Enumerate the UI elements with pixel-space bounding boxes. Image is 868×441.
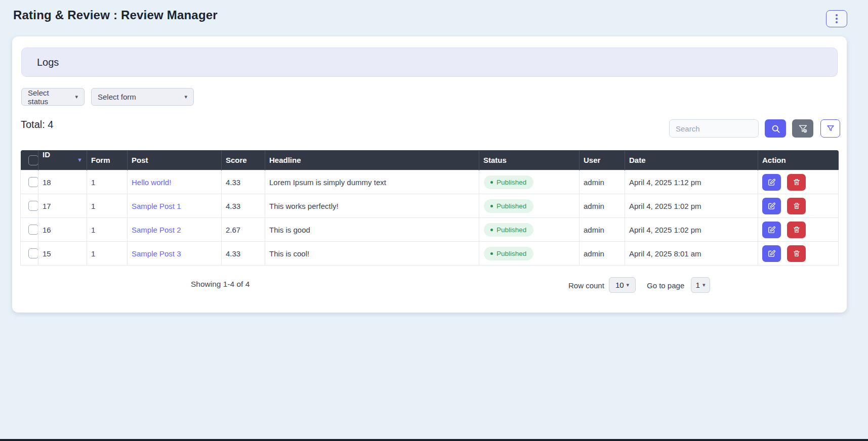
edit-icon xyxy=(767,249,776,258)
cell-id: 15 xyxy=(38,242,87,266)
filter-button[interactable] xyxy=(820,119,840,138)
select-all-checkbox[interactable] xyxy=(28,155,38,165)
funnel-slash-icon xyxy=(798,124,808,134)
column-header-id[interactable]: ID▼ xyxy=(38,150,87,170)
cell-headline: This is good xyxy=(265,218,479,242)
edit-button[interactable] xyxy=(762,174,781,191)
column-header-date[interactable]: Date xyxy=(625,150,758,170)
delete-button[interactable] xyxy=(787,222,806,238)
row-checkbox[interactable] xyxy=(28,225,38,235)
cell-user: admin xyxy=(580,218,625,242)
edit-icon xyxy=(767,202,776,210)
pagination-summary: Showing 1-4 of 4 xyxy=(191,280,250,289)
logs-card: Logs Select status ▾ Select form ▾ Total… xyxy=(12,36,847,313)
cell-score: 2.67 xyxy=(222,218,265,242)
chevron-down-icon: ▾ xyxy=(75,94,78,100)
search-icon xyxy=(771,124,780,134)
logs-heading: Logs xyxy=(37,57,59,68)
screen-bottom-edge xyxy=(0,439,868,441)
select-form-label: Select form xyxy=(98,93,136,101)
trash-icon xyxy=(793,249,801,257)
cell-form: 1 xyxy=(87,242,128,266)
table-row: 15 1 Sample Post 3 4.33 This is cool! Pu… xyxy=(21,242,839,266)
chevron-down-icon: ▾ xyxy=(627,282,630,288)
go-to-page-dropdown[interactable]: 1 ▾ xyxy=(691,277,710,293)
edit-button[interactable] xyxy=(762,245,781,262)
cell-id: 17 xyxy=(38,194,87,218)
row-count-dropdown[interactable]: 10 ▾ xyxy=(609,277,636,293)
cell-date: April 4, 2025 1:02 pm xyxy=(625,194,758,218)
logs-table: ID▼ Form Post Score Headline Status User… xyxy=(20,150,839,266)
column-header-action: Action xyxy=(758,150,839,170)
cell-date: April 4, 2025 1:12 pm xyxy=(625,170,758,194)
search-controls xyxy=(669,119,840,138)
chevron-down-icon: ▾ xyxy=(702,282,706,288)
kebab-dot-icon xyxy=(836,18,838,20)
filter-row: Select status ▾ Select form ▾ xyxy=(21,88,194,106)
column-header-user[interactable]: User xyxy=(580,150,625,170)
cell-user: admin xyxy=(580,242,625,266)
column-header-status[interactable]: Status xyxy=(479,150,580,170)
column-header-headline[interactable]: Headline xyxy=(265,150,479,170)
status-badge: Published xyxy=(484,223,533,237)
status-dot-icon xyxy=(490,181,493,184)
row-checkbox[interactable] xyxy=(28,201,38,211)
row-checkbox[interactable] xyxy=(28,177,38,187)
column-header-post[interactable]: Post xyxy=(128,150,222,170)
kebab-dot-icon xyxy=(836,21,838,23)
column-header-form[interactable]: Form xyxy=(87,150,128,170)
cell-score: 4.33 xyxy=(222,242,265,266)
edit-icon xyxy=(767,178,776,187)
edit-button[interactable] xyxy=(762,222,781,238)
table-row: 16 1 Sample Post 2 2.67 This is good Pub… xyxy=(21,218,839,242)
row-checkbox[interactable] xyxy=(28,248,38,258)
status-dot-icon xyxy=(490,229,493,231)
kebab-menu-button[interactable] xyxy=(826,10,847,27)
post-link[interactable]: Sample Post 1 xyxy=(132,202,181,210)
total-count: Total: 4 xyxy=(21,119,53,130)
post-link[interactable]: Hello world! xyxy=(132,178,171,187)
table-row: 18 1 Hello world! 4.33 Lorem Ipsum is si… xyxy=(21,170,839,194)
status-dot-icon xyxy=(490,205,493,207)
column-header-score[interactable]: Score xyxy=(222,150,265,170)
cell-id: 18 xyxy=(38,170,87,194)
cell-headline: This works perfectly! xyxy=(265,194,479,218)
logs-panel-header: Logs xyxy=(21,48,838,77)
kebab-dot-icon xyxy=(836,14,838,16)
clear-filter-button[interactable] xyxy=(792,119,813,138)
status-badge: Published xyxy=(484,175,533,189)
cell-date: April 4, 2025 1:02 pm xyxy=(625,218,758,242)
cell-headline: This is cool! xyxy=(265,242,479,266)
cell-user: admin xyxy=(580,194,625,218)
cell-id: 16 xyxy=(38,218,87,242)
page-title: Rating & Review : Review Manager xyxy=(13,8,218,22)
chevron-down-icon: ▾ xyxy=(184,94,187,100)
funnel-icon xyxy=(826,124,835,133)
row-count-label: Row count xyxy=(568,281,604,290)
cell-form: 1 xyxy=(87,194,128,218)
trash-icon xyxy=(793,178,801,186)
table-row: 17 1 Sample Post 1 4.33 This works perfe… xyxy=(21,194,839,218)
cell-score: 4.33 xyxy=(222,194,265,218)
select-status-label: Select status xyxy=(28,89,71,106)
post-link[interactable]: Sample Post 2 xyxy=(132,226,181,234)
cell-date: April 4, 2025 8:01 am xyxy=(625,242,758,266)
search-input[interactable] xyxy=(669,119,759,138)
cell-form: 1 xyxy=(87,218,128,242)
trash-icon xyxy=(793,202,801,210)
cell-user: admin xyxy=(580,170,625,194)
post-link[interactable]: Sample Post 3 xyxy=(132,249,181,258)
delete-button[interactable] xyxy=(787,198,806,214)
cell-form: 1 xyxy=(87,170,128,194)
select-status-dropdown[interactable]: Select status ▾ xyxy=(21,88,85,106)
delete-button[interactable] xyxy=(787,174,806,191)
cell-headline: Lorem Ipsum is simply dummy text xyxy=(265,170,479,194)
go-to-page-label: Go to page xyxy=(647,281,684,290)
select-form-dropdown[interactable]: Select form ▾ xyxy=(91,88,194,106)
search-button[interactable] xyxy=(765,119,786,138)
sort-desc-icon[interactable]: ▼ xyxy=(77,150,82,170)
cell-score: 4.33 xyxy=(222,170,265,194)
edit-button[interactable] xyxy=(762,198,781,214)
status-dot-icon xyxy=(490,252,493,255)
delete-button[interactable] xyxy=(787,245,806,262)
